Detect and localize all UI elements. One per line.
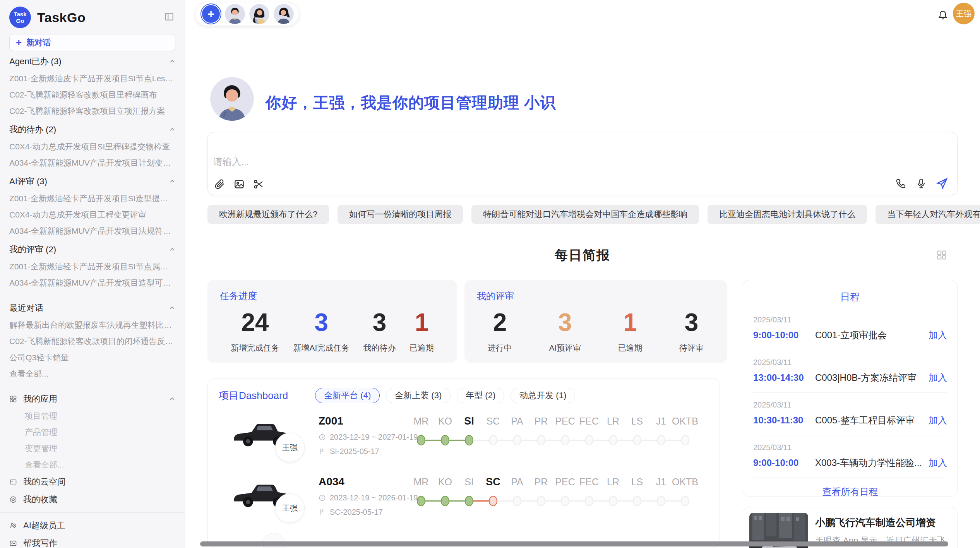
- card-title: 任务进度: [220, 290, 445, 302]
- chat-input[interactable]: [213, 155, 833, 169]
- app-item-change-mgmt[interactable]: 变更管理: [9, 440, 175, 457]
- input-tools-left: [214, 178, 264, 190]
- sidebar-link-label: AI超级员工: [23, 520, 65, 531]
- milestone-node-future: [513, 435, 521, 445]
- daily-briefing-title: 每日简报: [555, 247, 610, 264]
- filter-new-body[interactable]: 全新上装 (3): [386, 388, 451, 403]
- sidebar-task-item[interactable]: A034-全新新能源MUV产品开发项目法规符合性评审: [9, 223, 175, 239]
- suggestion-chip[interactable]: 如何写一份清晰的项目周报: [338, 205, 463, 224]
- new-chat-button[interactable]: + 新对话: [9, 34, 175, 51]
- event-name: C001-立项审批会: [815, 329, 929, 341]
- milestone-node-future: [633, 496, 641, 506]
- sidebar-item-help-write[interactable]: 帮我写作: [9, 534, 175, 548]
- schedule-event: 2025/03/11 9:00-10:00 X003-车辆动力学性能验... 加…: [743, 437, 957, 476]
- event-time: 13:00-14:30: [753, 372, 815, 383]
- stat-overdue: 1 已逾期: [409, 308, 434, 353]
- app-logo: Task Go: [9, 7, 31, 28]
- section-ai-review[interactable]: AI评审 (3): [9, 173, 175, 190]
- assistant-avatar: [210, 77, 254, 121]
- schedule-card: 日程 2025/03/11 9:00-10:00 C001-立项审批会 加入 2…: [743, 280, 958, 497]
- section-agent-done[interactable]: Agent已办 (3): [9, 53, 175, 70]
- sidebar-item-ai-staff[interactable]: AI超级员工: [9, 517, 175, 534]
- filter-powertrain[interactable]: 动总开发 (1): [511, 388, 575, 403]
- project-flag-milestone: SI-2025-05-17: [319, 447, 418, 456]
- app-item-project-mgmt[interactable]: 项目管理: [9, 408, 175, 424]
- chevron-up-icon: [169, 58, 175, 65]
- sidebar: Task Go TaskGo + 新对话 Agent已办 (3) Z001-全新…: [0, 0, 185, 548]
- phone-icon[interactable]: [895, 178, 907, 189]
- chevron-up-icon: [169, 305, 175, 311]
- suggestion-chip[interactable]: 特朗普可能对进口汽车增税会对中国车企造成哪些影响: [471, 205, 699, 224]
- milestone-node-future: [561, 435, 569, 445]
- section-my-apps[interactable]: 我的应用: [9, 390, 175, 408]
- join-button[interactable]: 加入: [929, 414, 947, 426]
- schedule-event: 2025/03/11 9:00-10:00 C001-立项审批会 加入: [743, 309, 957, 348]
- mic-icon[interactable]: [915, 178, 927, 189]
- milestone-node-overdue: [489, 496, 497, 506]
- section-my-review[interactable]: 我的评审 (2): [9, 241, 175, 259]
- sidebar-task-item[interactable]: Z001-全新燃油皮卡产品开发项目SI节点Lesson Learn报告: [9, 70, 175, 87]
- app-item-product-mgmt[interactable]: 产品管理: [9, 424, 175, 440]
- stat-my-todo: 3 我的待办: [363, 308, 396, 353]
- app-title: TaskGo: [37, 10, 86, 25]
- view-all-apps-link[interactable]: 查看全部...: [9, 457, 175, 473]
- cloud-space-icon: [9, 478, 17, 486]
- greeting-text: 你好，王强，我是你的项目管理助理 小识: [266, 92, 556, 113]
- layout-grid-icon[interactable]: [936, 250, 947, 260]
- flag-icon: [319, 509, 326, 516]
- view-all-schedule-link[interactable]: 查看所有日程: [743, 486, 957, 497]
- join-button[interactable]: 加入: [929, 372, 947, 384]
- project-dates: 2023-12-19 ~ 2026-01-19: [319, 493, 418, 502]
- divider: [0, 295, 185, 295]
- project-row[interactable]: 王强 Z001 2023-12-19 ~ 2027-01-19 SI-2025-…: [219, 412, 709, 473]
- suggestion-chip[interactable]: 比亚迪全固态电池计划具体说了什么: [708, 205, 867, 224]
- event-date: 2025/03/11: [753, 443, 947, 452]
- write-icon: [9, 539, 17, 547]
- dashboard-title: 项目Dashboard: [219, 389, 288, 402]
- divider: [753, 350, 947, 350]
- clock-icon: [319, 494, 326, 502]
- divider: [753, 478, 947, 478]
- milestone-node-future: [585, 496, 593, 506]
- project-row[interactable]: 王强 A034 2023-12-19 ~ 2026-01-19 SC-2025-…: [219, 473, 709, 533]
- event-date: 2025/03/11: [753, 358, 947, 367]
- sidebar-task-item[interactable]: C02-飞腾新能源轻客改款项目立项汇报方案: [9, 103, 175, 119]
- schedule-event: 2025/03/11 13:00-14:30 C003|H0B-方案冻结评审 加…: [743, 352, 957, 391]
- project-info: Z001 2023-12-19 ~ 2027-01-19 SI-2025-05-…: [319, 415, 418, 456]
- sidebar-task-item[interactable]: C0X4-动力总成开发项目SI里程碑提交物检查: [9, 139, 175, 155]
- image-icon[interactable]: [233, 178, 245, 190]
- sidebar-collapse-icon[interactable]: [164, 12, 175, 22]
- suggestion-chip[interactable]: 当下年轻人对汽车外观有怎样的喜好趋势: [875, 205, 980, 224]
- recent-chat-item[interactable]: 解释最新出台的欧盟报废车法规再生塑料比例被调至15%...: [9, 317, 175, 333]
- sidebar-task-item[interactable]: Z001-全新燃油轻卡产品开发项目SI节点属性5D文件评审: [9, 259, 175, 275]
- milestone-timeline: MR KO SI SC PA PR PEC FEC LR LS J1 OKTB: [409, 413, 697, 445]
- suggestion-chip[interactable]: 欧洲新规最近颁布了什么?: [207, 205, 329, 224]
- sidebar-task-item[interactable]: Z001-全新燃油轻卡产品开发项目SI造型提交物评审: [9, 190, 175, 207]
- project-info: A034 2023-12-19 ~ 2026-01-19 SC-2025-05-…: [319, 476, 418, 517]
- input-tools-right: [895, 177, 949, 190]
- sidebar-item-cloud-space[interactable]: 我的云空间: [9, 473, 175, 491]
- attach-icon[interactable]: [214, 178, 226, 190]
- event-time: 10:30-11:30: [753, 415, 815, 426]
- sidebar-task-item[interactable]: C02-飞腾新能源轻客改款项目里程碑画布: [9, 87, 175, 103]
- recent-chat-item[interactable]: 公司Q3轻卡销量: [9, 349, 175, 366]
- scissors-icon[interactable]: [253, 178, 264, 190]
- sidebar-task-item[interactable]: A034-全新新能源MUV产品开发项目计划变更表编写: [9, 155, 175, 171]
- view-all-chats-link[interactable]: 查看全部...: [9, 366, 175, 382]
- recent-chat-item[interactable]: C02-飞腾新能源轻客改款项目的闭环通告反馈情况: [9, 333, 175, 349]
- sidebar-item-favorites[interactable]: 我的收藏: [9, 491, 175, 509]
- section-recent-chats[interactable]: 最近对话: [9, 299, 175, 317]
- join-button[interactable]: 加入: [929, 457, 947, 469]
- chevron-up-icon: [169, 247, 175, 253]
- milestone-node-future: [537, 435, 545, 445]
- filter-all-new-platform[interactable]: 全新平台 (4): [315, 388, 380, 403]
- sidebar-task-item[interactable]: C0X4-动力总成开发项目工程变更评审: [9, 207, 175, 223]
- plus-icon: +: [16, 38, 22, 48]
- section-my-todo[interactable]: 我的待办 (2): [9, 121, 175, 139]
- filter-year-model[interactable]: 年型 (2): [457, 388, 504, 403]
- milestone-node-future: [681, 496, 689, 506]
- sidebar-task-item[interactable]: A034-全新新能源MUV产品开发项目造型可行性评审: [9, 275, 175, 291]
- send-icon[interactable]: [935, 177, 949, 190]
- horizontal-scrollbar[interactable]: [200, 541, 948, 546]
- join-button[interactable]: 加入: [929, 329, 947, 341]
